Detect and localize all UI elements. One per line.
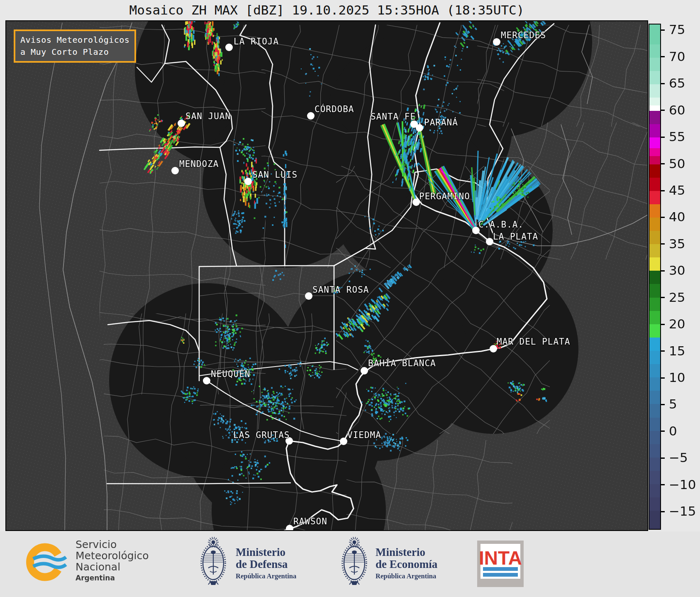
- city-dot: [178, 120, 185, 127]
- colorbar-tick: [661, 56, 665, 57]
- colorbar-tick: [661, 163, 665, 164]
- smn-name-line3: Nacional: [76, 561, 149, 573]
- colorbar-tick: [661, 243, 665, 245]
- city-dot: [225, 44, 233, 51]
- city-dot: [486, 238, 493, 245]
- city-label: RAWSON: [293, 516, 327, 526]
- city-dot: [203, 377, 210, 384]
- city-dot: [493, 38, 500, 46]
- colorbar-tick: [661, 297, 665, 298]
- city-label: PARANÁ: [424, 117, 458, 127]
- colorbar-tick-label: 60: [669, 102, 685, 117]
- city-label: MENDOZA: [179, 159, 219, 169]
- colorbar-tick-label: 70: [669, 49, 685, 64]
- city-dot: [171, 167, 179, 174]
- city-label: LAS GRUTAS: [233, 430, 290, 440]
- smn-name-line2: Meteorológico: [76, 550, 149, 561]
- economia-subtitle: República Argentina: [376, 572, 437, 580]
- colorbar-tick-label: 30: [669, 263, 685, 278]
- footer: Servicio Meteorológico Nacional Argentin…: [0, 531, 700, 597]
- colorbar-tick-label: −10: [669, 477, 696, 492]
- colorbar-tick-label: 55: [669, 129, 685, 144]
- city-dot: [361, 367, 368, 374]
- city-label: NEUQUÉN: [211, 369, 251, 379]
- defensa-subtitle: República Argentina: [236, 572, 296, 580]
- city-dot: [244, 178, 252, 185]
- colorbar-tick: [661, 458, 665, 459]
- colorbar-tick-label: 50: [669, 156, 685, 171]
- colorbar-tick: [661, 324, 665, 325]
- city-label: SANTA FE: [371, 112, 416, 122]
- city-label: BAHÍA BLANCA: [368, 358, 436, 368]
- defensa-name-line2: de Defensa: [236, 558, 296, 570]
- colorbar-tick-label: 10: [669, 370, 685, 385]
- colorbar-tick-label: 35: [669, 236, 685, 251]
- inta-label: INTA: [479, 547, 522, 569]
- economia-name-line2: de Economía: [376, 558, 437, 570]
- page-title: Mosaico ZH MAX [dBZ] 19.10.2025 15:35HOA…: [6, 2, 647, 17]
- warning-box-line1: Avisos Meteorológicos: [20, 34, 129, 46]
- warning-box-line2: a Muy Corto Plazo: [20, 46, 129, 58]
- city-dot: [490, 345, 497, 352]
- city-label: LA RIOJA: [234, 37, 279, 46]
- economia-name-line1: Ministerio: [376, 546, 437, 558]
- smn-logo-icon: [26, 537, 67, 585]
- colorbar-tick: [661, 137, 665, 138]
- colorbar-tick-label: 45: [669, 183, 685, 198]
- smn-name-line1: Servicio: [76, 539, 149, 550]
- city-label: VIEDMA: [347, 430, 381, 440]
- colorbar-tick: [661, 270, 665, 272]
- inta-logo: INTA: [477, 541, 524, 587]
- colorbar-tick-label: 25: [669, 289, 685, 304]
- city-dot: [307, 112, 315, 120]
- defensa-name-line1: Ministerio: [236, 546, 296, 558]
- warning-box: Avisos Meteorológicos a Muy Corto Plazo: [14, 29, 136, 63]
- city-dot: [305, 292, 312, 300]
- city-dot: [416, 124, 423, 132]
- colorbar-tick-label: 5: [669, 396, 677, 411]
- city-label: MERCEDES: [501, 30, 546, 40]
- colorbar-tick: [661, 377, 665, 379]
- radar-mosaic-image: MERCEDESLA RIOJASAN JUANCÓRDOBASANTA FEP…: [6, 21, 647, 530]
- colorbar-tick-label: 65: [669, 76, 685, 91]
- colorbar-tick: [661, 484, 665, 485]
- city-label: LA PLATA: [493, 232, 538, 242]
- colorbar-tick: [661, 190, 665, 191]
- city-label: SAN LUIS: [252, 170, 298, 180]
- city-label: PERGAMINO: [419, 191, 470, 201]
- colorbar-tick: [661, 217, 665, 218]
- colorbar-tick: [661, 511, 665, 512]
- colorbar-tick: [661, 83, 665, 84]
- colorbar-tick-label: 75: [669, 22, 685, 37]
- colorbar-tick: [661, 431, 665, 432]
- colorbar-tick-label: 15: [669, 343, 685, 358]
- city-label: SANTA ROSA: [312, 285, 369, 295]
- colorbar-tick-label: −5: [669, 450, 688, 465]
- colorbar-tick: [661, 404, 665, 405]
- city-label: MAR DEL PLATA: [497, 337, 570, 347]
- city-dot: [340, 438, 347, 445]
- colorbar-tick-label: −15: [669, 504, 696, 519]
- radar-map: MERCEDESLA RIOJASAN JUANCÓRDOBASANTA FEP…: [5, 20, 648, 531]
- city-label: SAN JUAN: [185, 111, 231, 121]
- city-label: C.A.B.A.: [478, 220, 524, 230]
- colorbar-tick: [661, 110, 665, 111]
- colorbar-tick-label: 20: [669, 316, 685, 331]
- economia-coat-of-arms-icon: [339, 536, 369, 588]
- colorbar-tick-label: 0: [669, 423, 677, 438]
- smn-country: Argentina: [76, 574, 149, 582]
- colorbar-tick: [661, 350, 665, 352]
- colorbar-tick-label: 40: [669, 209, 685, 224]
- city-label: CÓRDOBA: [315, 104, 354, 114]
- colorbar-tick: [661, 29, 665, 31]
- colorbar: [649, 24, 661, 530]
- defensa-coat-of-arms-icon: [198, 536, 228, 588]
